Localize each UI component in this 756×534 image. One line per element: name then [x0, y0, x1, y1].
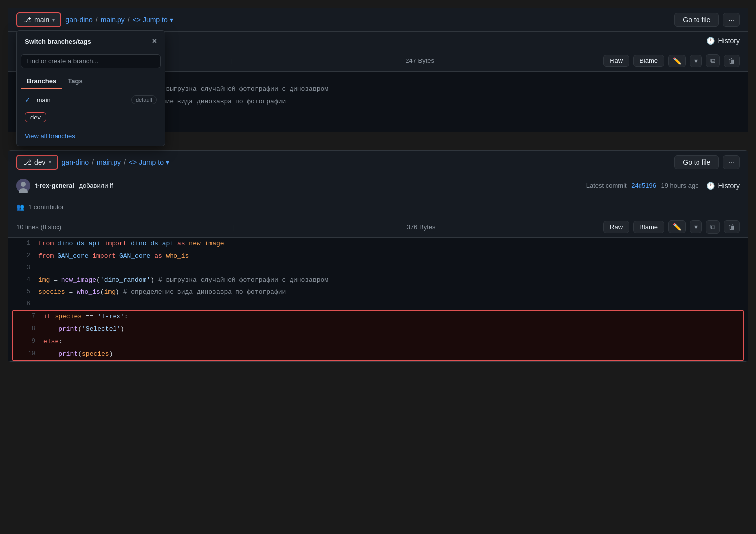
code-block-panel2: 1 from dino_ds_api import dino_ds_api as… — [8, 238, 748, 361]
dropdown-tabs: Branches Tags — [17, 72, 165, 89]
branch-icon-dev: ⎇ — [23, 158, 31, 166]
history-label-dev: History — [718, 182, 740, 190]
file-actions-panel2: Raw Blame ✏️ ▾ ⧉ 🗑 — [603, 220, 740, 234]
file-lines-dev: 10 lines (8 sloc) — [16, 223, 61, 231]
commit-time-dev: 19 hours ago — [661, 182, 699, 189]
file-link[interactable]: main.py — [101, 16, 125, 24]
copy-icon[interactable]: ⧉ — [706, 54, 720, 67]
delete-icon[interactable]: 🗑 — [724, 55, 740, 67]
contributor-count[interactable]: 1 contributor — [28, 203, 64, 211]
commit-message: добавили if — [79, 182, 113, 189]
meta-sep: | — [231, 57, 233, 64]
main-branch-label: main — [37, 96, 51, 104]
commit-hash-dev[interactable]: 24d5196 — [631, 182, 656, 189]
raw-button[interactable]: Raw — [603, 55, 629, 67]
commit-user[interactable]: t-rex-general — [35, 182, 74, 189]
panel1: ⎇ main ▾ gan-dino / main.py / <> Jump to… — [8, 8, 748, 132]
repo-link-dev[interactable]: gan-dino — [62, 158, 89, 166]
branch-label: main — [34, 16, 49, 24]
jump-to-btn[interactable]: <> Jump to ▾ — [133, 16, 173, 24]
header-actions: Go to file ··· — [674, 13, 740, 27]
meta-sep-dev: | — [233, 223, 235, 231]
file-size-dev: 376 Bytes — [407, 223, 436, 231]
default-badge: default — [131, 95, 157, 104]
blame-button-dev[interactable]: Blame — [633, 221, 664, 233]
latest-commit-label-dev: Latest commit — [586, 182, 627, 189]
jump-chevron-icon: ▾ — [170, 16, 173, 24]
sep2: / — [128, 16, 130, 24]
branch-icon: ⎇ — [23, 16, 31, 24]
branch-search-input[interactable] — [21, 54, 161, 68]
edit-icon[interactable]: ✏️ — [668, 55, 686, 67]
dev-branch-label: dev — [25, 112, 46, 122]
table-row: 2 from GAN_core import GAN_core as who_i… — [8, 250, 748, 263]
highlighted-code-block: 7 if species == 'T-rex': 8 print('Select… — [12, 310, 744, 361]
table-row: 4 img = new_image('dino_random') # выгру… — [8, 274, 748, 287]
branch-label-dev: dev — [34, 158, 46, 166]
panel1-header: ⎇ main ▾ gan-dino / main.py / <> Jump to… — [8, 8, 748, 32]
chevron-icon: ▾ — [52, 17, 55, 23]
dropdown-search-area — [17, 50, 165, 72]
contributor-bar: 👥 1 contributor — [8, 198, 748, 216]
chevron-icon-dev: ▾ — [49, 159, 51, 165]
more-options-button-dev[interactable]: ··· — [723, 155, 740, 169]
svg-point-1 — [21, 182, 26, 187]
table-row: 3 — [8, 262, 748, 274]
delete-icon-dev[interactable]: 🗑 — [724, 220, 740, 233]
file-link-dev[interactable]: main.py — [97, 158, 121, 166]
more-options-button[interactable]: ··· — [723, 13, 740, 27]
jump-to-label: <> Jump to — [133, 16, 168, 24]
history-clock-icon-dev: 🕐 — [706, 182, 715, 190]
history-label: History — [718, 37, 740, 45]
tags-tab[interactable]: Tags — [62, 74, 88, 89]
file-actions-panel1: Raw Blame ✏️ ▾ ⧉ 🗑 — [603, 54, 740, 67]
table-row: 5 species = who_is(img) # определение ви… — [8, 286, 748, 298]
breadcrumb-panel2: gan-dino / main.py / <> Jump to ▾ — [62, 158, 169, 166]
view-all-branches-link[interactable]: View all branches — [17, 128, 165, 146]
commit-info: t-rex-general добавили if — [35, 182, 586, 189]
branches-tab[interactable]: Branches — [21, 74, 62, 89]
history-clock-icon: 🕐 — [706, 37, 715, 45]
go-to-file-button[interactable]: Go to file — [674, 13, 719, 27]
table-row: 10 print(species) — [13, 348, 743, 360]
contributor-icon: 👥 — [16, 203, 24, 211]
dropdown-icon[interactable]: ▾ — [690, 55, 702, 67]
table-row: 1 from dino_ds_api import dino_ds_api as… — [8, 238, 748, 250]
table-row: 9 else: — [13, 336, 743, 348]
dropdown-header: Switch branches/tags × — [17, 31, 165, 50]
history-link-panel2[interactable]: 🕐 History — [706, 182, 740, 190]
branch-item-dev[interactable]: dev — [17, 108, 165, 126]
commit-bar-panel2: t-rex-general добавили if Latest commit … — [8, 174, 748, 198]
jump-to-label-dev: <> Jump to — [129, 158, 164, 166]
sep1-dev: / — [92, 158, 94, 166]
raw-button-dev[interactable]: Raw — [603, 221, 629, 233]
branch-dropdown: Switch branches/tags × Branches Tags ✓ m… — [16, 30, 165, 146]
avatar-icon — [16, 179, 30, 193]
file-size: 247 Bytes — [406, 57, 434, 64]
sep2-dev: / — [124, 158, 126, 166]
go-to-file-button-dev[interactable]: Go to file — [674, 155, 719, 169]
jump-to-btn-dev[interactable]: <> Jump to ▾ — [129, 158, 169, 166]
edit-icon-dev[interactable]: ✏️ — [668, 220, 686, 233]
copy-icon-dev[interactable]: ⧉ — [706, 220, 720, 234]
panel2-header: ⎇ dev ▾ gan-dino / main.py / <> Jump to … — [8, 151, 748, 174]
file-meta-bar-panel2: 10 lines (8 sloc) | 376 Bytes Raw Blame … — [8, 216, 748, 238]
branch-item-main[interactable]: ✓ main default — [17, 91, 165, 108]
header-actions-panel2: Go to file ··· — [674, 155, 740, 169]
avatar — [16, 179, 30, 193]
branch-selector-btn-dev[interactable]: ⎇ dev ▾ — [16, 155, 58, 170]
breadcrumb: gan-dino / main.py / <> Jump to ▾ — [65, 16, 173, 24]
table-row: 6 — [8, 298, 748, 310]
sep1: / — [96, 16, 98, 24]
jump-chevron-icon-dev: ▾ — [166, 158, 169, 166]
close-icon[interactable]: × — [152, 37, 157, 46]
history-link-panel1[interactable]: 🕐 History — [706, 37, 740, 45]
check-icon: ✓ — [25, 96, 31, 104]
branches-list: ✓ main default dev — [17, 89, 165, 128]
repo-link[interactable]: gan-dino — [65, 16, 93, 24]
branch-selector-btn[interactable]: ⎇ main ▾ — [16, 12, 61, 27]
blame-button[interactable]: Blame — [633, 55, 664, 67]
dropdown-icon-dev[interactable]: ▾ — [690, 220, 702, 233]
panel2: ⎇ dev ▾ gan-dino / main.py / <> Jump to … — [8, 150, 748, 362]
table-row: 8 print('Selectel') — [13, 323, 743, 336]
